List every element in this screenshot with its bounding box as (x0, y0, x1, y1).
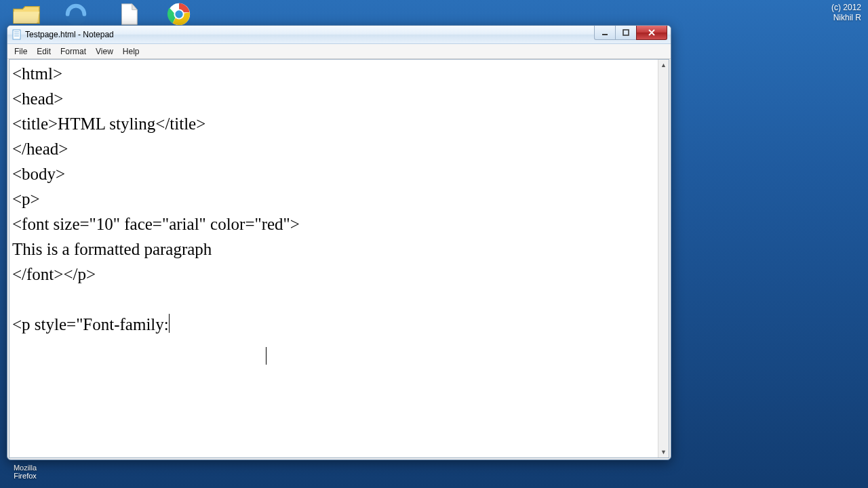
chrome-icon[interactable] (163, 1, 195, 27)
menu-help[interactable]: Help (118, 45, 144, 58)
minimize-button[interactable] (594, 26, 616, 40)
editor-area: <html> <head> <title>HTML styling</title… (9, 59, 669, 458)
desktop: (c) 2012 Nikhil R Mozilla (0, 0, 868, 488)
window-title: Testpage.html - Notepad (25, 30, 114, 39)
menu-file[interactable]: File (9, 45, 32, 58)
titlebar[interactable]: Testpage.html - Notepad (7, 26, 671, 44)
window-controls (595, 26, 667, 39)
notepad-icon (12, 29, 22, 40)
svg-rect-8 (602, 34, 608, 35)
menu-format[interactable]: Format (56, 45, 91, 58)
browser-globe-icon[interactable] (60, 1, 92, 27)
desktop-firefox-label[interactable]: Mozilla Firefox (8, 464, 42, 480)
folder-icon[interactable] (10, 1, 43, 27)
menu-edit[interactable]: Edit (32, 45, 56, 58)
menu-view[interactable]: View (91, 45, 118, 58)
svg-rect-9 (623, 30, 629, 35)
text-caret (169, 314, 170, 333)
scroll-down-arrow[interactable]: ▼ (658, 447, 669, 458)
close-button[interactable] (636, 26, 667, 40)
menubar: File Edit Format View Help (7, 44, 671, 59)
editor-text[interactable]: <html> <head> <title>HTML styling</title… (9, 60, 658, 458)
vertical-scrollbar[interactable]: ▲ ▼ (658, 60, 669, 458)
maximize-button[interactable] (615, 26, 637, 40)
svg-point-3 (175, 10, 182, 18)
watermark-line1: (c) 2012 (831, 3, 861, 13)
scroll-up-arrow[interactable]: ▲ (658, 60, 669, 70)
notepad-window: Testpage.html - Notepad File Edit Format… (7, 25, 671, 460)
document-icon[interactable] (112, 1, 144, 27)
secondary-caret (266, 347, 267, 365)
svg-rect-4 (13, 30, 20, 39)
watermark-line2: Nikhil R (831, 13, 861, 23)
watermark: (c) 2012 Nikhil R (831, 3, 861, 23)
